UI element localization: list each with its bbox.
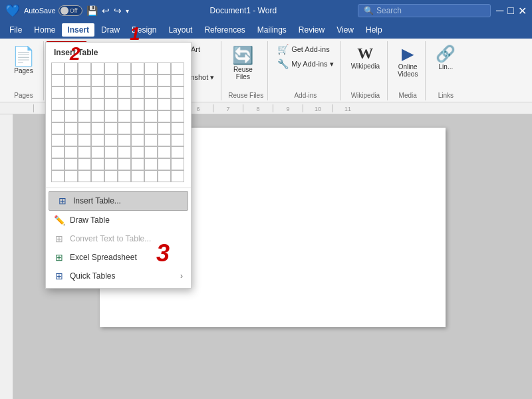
table-grid-cell[interactable]	[158, 146, 171, 158]
table-grid-cell[interactable]	[171, 170, 184, 182]
table-grid-cell[interactable]	[91, 134, 104, 146]
table-grid-cell[interactable]	[118, 74, 131, 86]
table-grid-cell[interactable]	[78, 170, 91, 182]
table-grid-cell[interactable]	[104, 74, 118, 86]
table-grid-cell[interactable]	[131, 110, 144, 122]
table-grid-cell[interactable]	[131, 122, 144, 134]
menu-insert[interactable]: Insert	[62, 23, 94, 37]
table-grid-cell[interactable]	[65, 110, 78, 122]
undo-icon[interactable]: ↩	[102, 5, 110, 16]
table-grid-cell[interactable]	[144, 86, 158, 98]
table-grid-cell[interactable]	[118, 158, 131, 170]
online-videos-button[interactable]: ▶ OnlineVideos	[394, 43, 421, 80]
table-grid-cell[interactable]	[158, 158, 171, 170]
table-grid-cell[interactable]	[65, 63, 78, 74]
table-grid-cell[interactable]	[144, 158, 158, 170]
table-grid-cell[interactable]	[104, 134, 118, 146]
menu-file[interactable]: File	[4, 23, 27, 37]
table-grid-cell[interactable]	[104, 158, 118, 170]
search-input[interactable]	[376, 6, 483, 15]
pages-button[interactable]: 📄 Pages	[8, 43, 39, 77]
table-grid-cell[interactable]	[158, 170, 171, 182]
table-grid-cell[interactable]	[91, 86, 104, 98]
table-grid-cell[interactable]	[104, 98, 118, 110]
table-grid-cell[interactable]	[158, 134, 171, 146]
table-grid-cell[interactable]	[158, 74, 171, 86]
table-grid-cell[interactable]	[78, 74, 91, 86]
table-grid-cell[interactable]	[91, 170, 104, 182]
table-grid-cell[interactable]	[171, 86, 184, 98]
menu-draw[interactable]: Draw	[96, 23, 125, 37]
table-grid-cell[interactable]	[65, 98, 78, 110]
table-grid-cell[interactable]	[131, 98, 144, 110]
table-grid-cell[interactable]	[51, 134, 65, 146]
table-grid-cell[interactable]	[91, 98, 104, 110]
menu-mailings[interactable]: Mailings	[252, 23, 292, 37]
table-grid-cell[interactable]	[91, 158, 104, 170]
table-grid-cell[interactable]	[51, 170, 65, 182]
excel-spreadsheet-item[interactable]: ⊞ Excel Spreadsheet	[46, 248, 191, 267]
table-grid-cell[interactable]	[51, 63, 65, 74]
table-grid-cell[interactable]	[171, 122, 184, 134]
table-grid-cell[interactable]	[78, 63, 91, 74]
table-grid-cell[interactable]	[51, 122, 65, 134]
table-grid-cell[interactable]	[78, 134, 91, 146]
table-grid-cell[interactable]	[104, 63, 118, 74]
menu-home[interactable]: Home	[29, 23, 61, 37]
maximize-button[interactable]: □	[507, 5, 514, 17]
table-grid-cell[interactable]	[78, 98, 91, 110]
table-grid-cell[interactable]	[104, 146, 118, 158]
autosave-toggle[interactable]: Off	[59, 5, 82, 16]
table-grid-cell[interactable]	[118, 146, 131, 158]
table-grid-cell[interactable]	[65, 74, 78, 86]
table-grid-cell[interactable]	[104, 86, 118, 98]
my-addins-button[interactable]: 🔧 My Add-ins ▾	[275, 57, 336, 70]
table-grid-cell[interactable]	[91, 110, 104, 122]
insert-table-item[interactable]: ⊞ Insert Table...	[49, 191, 188, 211]
table-grid-cell[interactable]	[118, 63, 131, 74]
menu-design[interactable]: Design	[126, 23, 162, 37]
table-grid-cell[interactable]	[91, 74, 104, 86]
table-grid-cell[interactable]	[78, 146, 91, 158]
table-grid-cell[interactable]	[118, 86, 131, 98]
table-grid-cell[interactable]	[65, 122, 78, 134]
table-grid-cell[interactable]	[171, 146, 184, 158]
table-grid-cell[interactable]	[144, 170, 158, 182]
table-grid-cell[interactable]	[171, 63, 184, 74]
table-grid[interactable]	[46, 60, 191, 185]
table-grid-cell[interactable]	[144, 146, 158, 158]
table-grid-cell[interactable]	[51, 110, 65, 122]
table-grid-cell[interactable]	[118, 170, 131, 182]
menu-review[interactable]: Review	[293, 23, 330, 37]
table-grid-cell[interactable]	[158, 122, 171, 134]
table-grid-cell[interactable]	[144, 63, 158, 74]
table-grid-cell[interactable]	[131, 146, 144, 158]
table-grid-cell[interactable]	[171, 158, 184, 170]
table-grid-cell[interactable]	[104, 122, 118, 134]
table-grid-cell[interactable]	[144, 134, 158, 146]
wikipedia-button[interactable]: W Wikipedia	[348, 43, 383, 72]
table-grid-cell[interactable]	[118, 110, 131, 122]
save-icon[interactable]: 💾	[86, 5, 98, 16]
table-grid-cell[interactable]	[144, 74, 158, 86]
menu-view[interactable]: View	[331, 23, 359, 37]
table-grid-cell[interactable]	[131, 63, 144, 74]
table-grid-cell[interactable]	[104, 110, 118, 122]
get-addins-button[interactable]: 🛒 Get Add-ins	[275, 43, 336, 56]
table-grid-cell[interactable]	[131, 158, 144, 170]
reuse-files-button[interactable]: 🔄 ReuseFiles	[228, 43, 257, 83]
table-grid-cell[interactable]	[78, 158, 91, 170]
table-grid-cell[interactable]	[131, 86, 144, 98]
draw-table-item[interactable]: ✏️ Draw Table	[46, 211, 191, 229]
table-grid-cell[interactable]	[171, 98, 184, 110]
table-grid-cell[interactable]	[118, 122, 131, 134]
table-grid-cell[interactable]	[91, 146, 104, 158]
table-grid-cell[interactable]	[78, 86, 91, 98]
table-grid-cell[interactable]	[144, 98, 158, 110]
table-grid-cell[interactable]	[171, 74, 184, 86]
table-grid-cell[interactable]	[158, 98, 171, 110]
table-grid-cell[interactable]	[131, 170, 144, 182]
table-grid-cell[interactable]	[104, 170, 118, 182]
table-grid-cell[interactable]	[144, 110, 158, 122]
table-grid-cell[interactable]	[91, 122, 104, 134]
